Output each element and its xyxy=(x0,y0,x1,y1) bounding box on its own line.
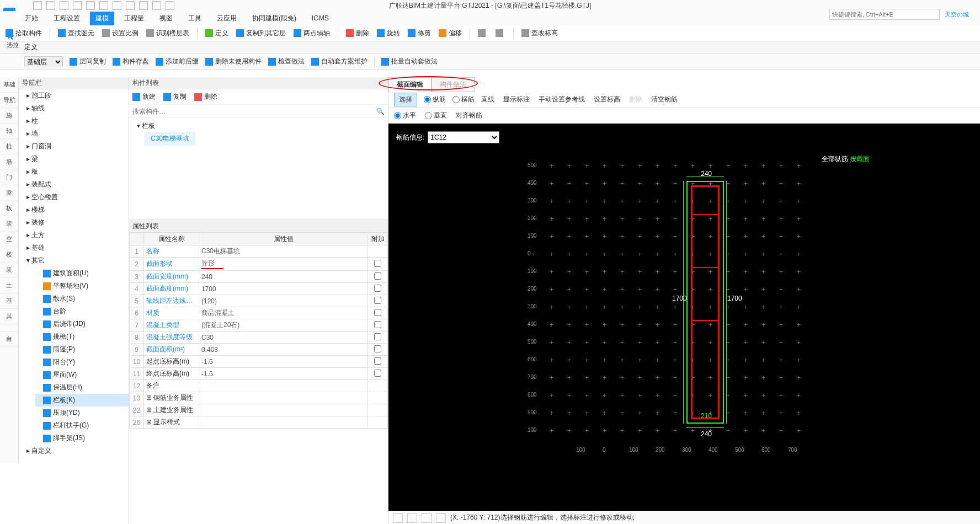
comp-tb-2[interactable]: 删除 xyxy=(194,92,217,101)
main-tab-5[interactable]: 工具 xyxy=(183,12,207,25)
canvas-tb1-0[interactable]: 直线 xyxy=(481,95,494,104)
prop-row-4[interactable]: 4截面高度(mm)1700 xyxy=(130,283,388,295)
nav-child-9[interactable]: 保温层(H) xyxy=(35,381,129,394)
main-tab-4[interactable]: 视图 xyxy=(154,12,178,25)
nav-child-4[interactable]: 后浇带(JD) xyxy=(35,318,129,330)
nav-item-6[interactable]: ▸ 板 xyxy=(19,165,129,178)
prop-row-9[interactable]: 9截面面积(m²)0.408 xyxy=(130,344,388,356)
leftstrip-17[interactable]: 自 xyxy=(0,331,18,347)
leftstrip-2[interactable]: 施 xyxy=(0,108,18,124)
leftstrip-14[interactable]: 基 xyxy=(0,293,18,309)
prop-row-6[interactable]: 6材质商品混凝土 xyxy=(130,307,388,319)
ribbon-btn-5[interactable]: 复制到其它层 xyxy=(236,29,286,38)
status-icon-2[interactable] xyxy=(407,513,417,523)
nav-item-2[interactable]: ▸ 柱 xyxy=(19,115,129,127)
nav-item-10[interactable]: ▸ 装修 xyxy=(19,216,129,229)
ribbon-btn-10[interactable]: 偏移 xyxy=(439,29,462,38)
leftstrip-15[interactable]: 其 xyxy=(0,309,18,324)
section-canvas[interactable]: 钢筋信息: 1C12 全部纵筋 按截面 500++++++++++++++++4… xyxy=(388,124,980,511)
select-button[interactable]: 选择 xyxy=(394,93,417,106)
tab-section-edit[interactable]: 截面编辑 xyxy=(388,77,432,92)
prop-row-5[interactable]: 5轴线距左边线…(120) xyxy=(130,295,388,307)
align-rebar[interactable]: 对齐钢筋 xyxy=(456,111,482,120)
leftstrip-10[interactable]: 空 xyxy=(0,232,18,247)
nav-item-12[interactable]: ▸ 基础 xyxy=(19,242,129,254)
ribbon-btn-7[interactable]: 删除 xyxy=(346,29,369,38)
ribbon-btn-1[interactable]: 查找图元 xyxy=(58,29,94,38)
ribbon-btn-6[interactable]: 两点辅轴 xyxy=(294,29,330,38)
floor-combo[interactable]: 基础层 xyxy=(24,56,63,67)
leftstrip-16[interactable] xyxy=(0,324,18,331)
ribbon-btn-4[interactable]: 定义 xyxy=(205,29,228,38)
ribbon-btn-9[interactable]: 修剪 xyxy=(408,29,431,38)
ribbon-btn-11[interactable] xyxy=(478,29,488,37)
subribbon-4[interactable]: 检查做法 xyxy=(268,56,305,67)
subribbon-3[interactable]: 删除未使用构件 xyxy=(205,56,262,67)
main-tab-7[interactable]: 协同建模(限免) xyxy=(247,12,302,25)
main-tab-3[interactable]: 工程量 xyxy=(119,12,150,25)
nav-item-3[interactable]: ▸ 墙 xyxy=(19,127,129,140)
ribbon-btn-13[interactable]: 查改标高 xyxy=(521,29,558,38)
nav-child-7[interactable]: 阳台(Y) xyxy=(35,356,129,368)
prop-row-11[interactable]: 11终点底标高(m)-1.5 xyxy=(130,368,388,380)
nav-item-7[interactable]: ▸ 装配式 xyxy=(19,178,129,191)
nav-item-0[interactable]: ▸ 施工段 xyxy=(19,89,129,102)
prop-row-12[interactable]: 12备注 xyxy=(130,380,388,392)
leftstrip-8[interactable]: 板 xyxy=(0,201,18,216)
canvas-tb1-2[interactable]: 手动设置参考线 xyxy=(539,95,585,104)
leftstrip-9[interactable]: 装 xyxy=(0,216,18,232)
radio-h[interactable]: 水平 xyxy=(394,111,416,120)
nav-child-6[interactable]: 雨篷(P) xyxy=(35,343,129,356)
ribbon-btn-2[interactable]: 设置比例 xyxy=(102,29,139,38)
main-tab-0[interactable]: 开始 xyxy=(19,12,44,25)
nav-child-10[interactable]: 栏板(K) xyxy=(35,394,129,407)
nav-item-4[interactable]: ▸ 门窗洞 xyxy=(19,140,129,153)
subribbon-2[interactable]: 添加前后缀 xyxy=(156,56,199,67)
canvas-tb1-5[interactable]: 清空钢筋 xyxy=(651,95,678,104)
nav-child-12[interactable]: 栏杆扶手(G) xyxy=(35,419,129,432)
nav-item-11[interactable]: ▸ 土方 xyxy=(19,229,129,242)
main-tab-6[interactable]: 云应用 xyxy=(211,12,242,25)
nav-child-5[interactable]: 挑檐(T) xyxy=(35,330,129,343)
comp-search-input[interactable] xyxy=(132,108,376,115)
status-icon-3[interactable] xyxy=(422,513,432,523)
radio-horiz[interactable]: 横筋 xyxy=(452,95,475,104)
nav-child-11[interactable]: 压顶(YD) xyxy=(35,407,129,419)
ribbon-btn-3[interactable]: 识别楼层表 xyxy=(146,29,189,38)
nav-item-5[interactable]: ▸ 梁 xyxy=(19,153,129,165)
prop-row-3[interactable]: 3截面宽度(mm)240 xyxy=(130,271,388,283)
nav-item-1[interactable]: ▸ 轴线 xyxy=(19,102,129,115)
search-icon[interactable]: 🔍 xyxy=(376,108,385,115)
prop-row-22[interactable]: 22⊞ 土建业务属性 xyxy=(130,404,388,416)
main-tab-1[interactable]: 工程设置 xyxy=(48,12,86,25)
nav-item-9[interactable]: ▸ 楼梯 xyxy=(19,204,129,216)
rebar-info-select[interactable]: 1C12 xyxy=(428,131,499,143)
canvas-tb1-3[interactable]: 设置标高 xyxy=(594,95,620,104)
leftstrip-12[interactable]: 装 xyxy=(0,263,18,278)
nav-child-13[interactable]: 脚手架(JS) xyxy=(35,432,129,445)
prop-row-2[interactable]: 2截面形状异形 xyxy=(130,258,388,271)
prop-row-26[interactable]: 26⊞ 显示样式 xyxy=(130,416,388,429)
nav-child-1[interactable]: 平整场地(V) xyxy=(35,280,129,292)
subribbon-1[interactable]: 构件存盘 xyxy=(113,56,149,67)
subribbon-0[interactable]: 层间复制 xyxy=(70,56,106,67)
leftstrip-6[interactable]: 门 xyxy=(0,170,18,185)
canvas-tb1-4[interactable]: 删除 xyxy=(629,95,642,104)
prop-row-8[interactable]: 8混凝土强度等级C30 xyxy=(130,331,388,344)
leftstrip-7[interactable]: 梁 xyxy=(0,185,18,201)
search-input[interactable] xyxy=(829,9,940,20)
prop-row-13[interactable]: 13⊞ 钢筋业务属性 xyxy=(130,392,388,404)
status-icon-4[interactable] xyxy=(436,513,446,523)
comp-tb-0[interactable]: 新建 xyxy=(132,92,156,101)
main-tab-8[interactable]: IGMS xyxy=(306,12,334,24)
subribbon-6[interactable]: 批量自动套做法 xyxy=(381,56,438,67)
nav-item-14[interactable]: ▸ 自定义 xyxy=(19,445,129,457)
leftstrip-5[interactable]: 墙 xyxy=(0,154,18,170)
nav-child-8[interactable]: 屋面(W) xyxy=(35,368,129,381)
canvas-tb1-1[interactable]: 显示标注 xyxy=(503,95,530,104)
prop-row-1[interactable]: 1名称C30电梯基坑 xyxy=(130,245,388,258)
radio-v[interactable]: 垂直 xyxy=(425,111,447,120)
leftstrip-0[interactable]: 基础 xyxy=(0,77,18,93)
nav-child-0[interactable]: 建筑面积(U) xyxy=(35,267,129,280)
cursor-icon[interactable] xyxy=(7,31,17,41)
